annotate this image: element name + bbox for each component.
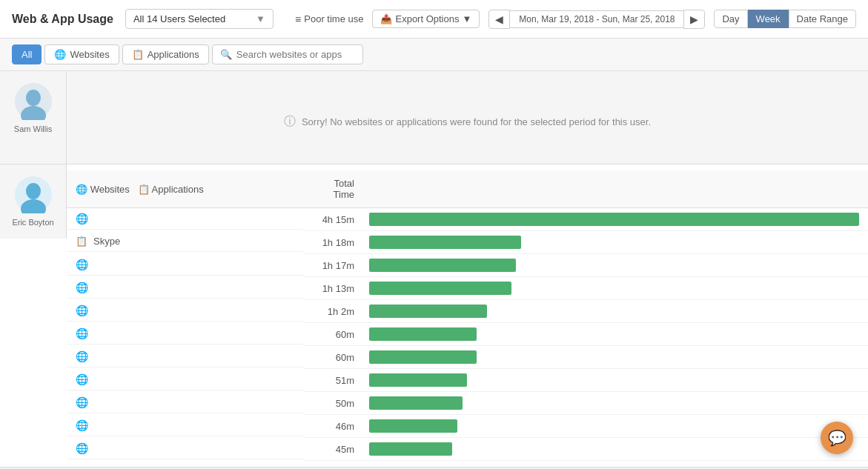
bar-container <box>369 236 859 249</box>
time-cell: 1h 13m <box>304 277 363 300</box>
bar-container <box>369 419 859 433</box>
time-cell: 1h 2m <box>304 300 363 323</box>
chevron-down-icon: ▼ <box>256 13 265 24</box>
user1-section: Sam Willis ⓘ Sorry! No websites or appli… <box>0 71 868 164</box>
week-view-button[interactable]: Week <box>748 10 789 28</box>
poor-time-label: Poor time use <box>304 13 363 24</box>
table-row: 🌐45m <box>67 438 868 461</box>
bar-fill <box>369 236 521 249</box>
bar-container <box>369 305 859 318</box>
site-cell: 🌐 <box>67 300 304 322</box>
filter-icon: ≡ <box>295 13 301 25</box>
date-range-label: Mon, Mar 19, 2018 - Sun, Mar 25, 2018 <box>510 10 683 28</box>
bar-cell <box>363 254 868 277</box>
page-title: Web & App Usage <box>12 13 113 26</box>
export-icon: 📤 <box>380 13 392 24</box>
view-buttons: Day Week Date Range <box>714 10 856 28</box>
time-cell: 1h 17m <box>304 254 363 277</box>
bar-fill <box>369 419 457 433</box>
globe-icon: 🌐 <box>54 49 66 60</box>
header-right: ≡ Poor time use 📤 Export Options ▼ ◀ Mon… <box>295 10 856 29</box>
bar-fill <box>369 373 467 387</box>
site-cell: 🌐 <box>67 438 304 459</box>
time-cell: 60m <box>304 346 363 369</box>
bar-fill <box>369 259 516 272</box>
time-cell: 45m <box>304 438 363 461</box>
info-icon: ⓘ <box>284 114 296 130</box>
site-cell: 🌐 <box>67 392 304 413</box>
user2-sidebar: Eric Boyton <box>0 164 67 239</box>
globe-icon: 🌐 <box>76 350 88 362</box>
table-row: 🌐50m <box>67 392 868 415</box>
col-site-header: 🌐 Websites 📋 Applications <box>67 170 304 208</box>
table-row: 📋Skype1h 18m <box>67 231 868 254</box>
bar-cell <box>363 415 868 438</box>
date-next-button[interactable]: ▶ <box>683 10 705 29</box>
bar-fill <box>369 350 477 364</box>
websites-filter-button[interactable]: 🌐 Websites <box>44 44 119 64</box>
bar-cell <box>363 346 868 369</box>
bar-cell <box>363 277 868 300</box>
main-content: Sam Willis ⓘ Sorry! No websites or appli… <box>0 71 868 468</box>
table-row: 🌐1h 13m <box>67 277 868 300</box>
table-row: 🌐60m <box>67 323 868 346</box>
applications-filter-button[interactable]: 📋 Applications <box>122 44 209 64</box>
bar-container <box>369 396 859 410</box>
bar-cell <box>363 438 868 461</box>
bar-cell <box>363 392 868 415</box>
col-bar-header <box>363 170 868 208</box>
time-cell: 46m <box>304 415 363 438</box>
globe-icon: 🌐 <box>76 396 88 408</box>
day-view-button[interactable]: Day <box>714 10 747 28</box>
site-cell: 🌐 <box>67 208 304 230</box>
table-row: 🌐51m <box>67 369 868 392</box>
bar-fill <box>369 213 859 226</box>
table-row: 🌐1h 17m <box>67 254 868 277</box>
poor-time-link[interactable]: ≡ Poor time use <box>295 13 363 25</box>
search-input[interactable] <box>236 49 355 60</box>
site-cell: 🌐 <box>67 346 304 367</box>
bar-container <box>369 442 859 456</box>
site-cell: 🌐 <box>67 369 304 390</box>
search-box[interactable]: 🔍 <box>212 44 363 64</box>
globe-icon: 🌐 <box>76 213 88 224</box>
bar-fill <box>369 442 452 456</box>
bar-fill <box>369 282 511 295</box>
globe-icon: 🌐 <box>76 259 88 270</box>
websites-col-globe-icon: 🌐 <box>76 184 87 195</box>
date-range-view-button[interactable]: Date Range <box>789 10 856 28</box>
date-prev-button[interactable]: ◀ <box>488 10 510 29</box>
header: Web & App Usage All 14 Users Selected ▼ … <box>0 0 868 39</box>
site-name: Skype <box>93 236 120 247</box>
chat-button[interactable]: 💬 <box>821 422 853 454</box>
site-cell: 🌐 <box>67 277 304 299</box>
globe-icon: 🌐 <box>76 327 88 339</box>
time-cell: 51m <box>304 369 363 392</box>
bar-container <box>369 373 859 387</box>
table-row: 🌐4h 15m <box>67 208 868 231</box>
app-icon: 📋 <box>76 236 87 247</box>
site-cell: 🌐 <box>67 415 304 436</box>
user1-name: Sam Willis <box>14 124 52 133</box>
bar-fill <box>369 396 463 410</box>
bar-fill <box>369 305 487 318</box>
user-select-label: All 14 Users Selected <box>133 13 225 24</box>
table-row: 🌐1h 2m <box>67 300 868 323</box>
globe-icon: 🌐 <box>76 419 88 431</box>
bar-container <box>369 327 859 341</box>
globe-icon: 🌐 <box>76 442 88 454</box>
bar-container <box>369 282 859 295</box>
user2-name: Eric Boyton <box>12 218 53 227</box>
user-select-dropdown[interactable]: All 14 Users Selected ▼ <box>125 9 274 29</box>
globe-icon: 🌐 <box>76 373 88 385</box>
user2-avatar <box>15 176 52 213</box>
export-button[interactable]: 📤 Export Options ▼ <box>372 10 480 28</box>
all-filter-button[interactable]: All <box>12 44 42 64</box>
bar-cell <box>363 323 868 346</box>
filter-bar: All 🌐 Websites 📋 Applications 🔍 <box>0 39 868 71</box>
applications-label: Applications <box>148 49 199 60</box>
applications-col-icon: 📋 <box>138 184 150 195</box>
svg-point-4 <box>26 183 41 199</box>
search-icon: 🔍 <box>220 49 232 60</box>
user2-section: Eric Boyton 🌐 Websites 📋 Applications To… <box>0 164 868 468</box>
